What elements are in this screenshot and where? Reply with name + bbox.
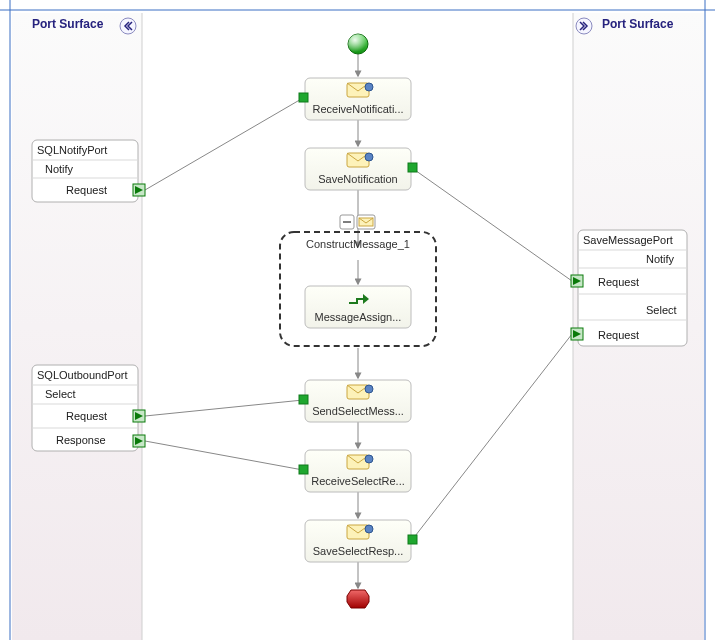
save-message-port-op2: Select	[646, 304, 677, 316]
start-shape[interactable]	[348, 34, 368, 54]
construct-message-shape[interactable]: ConstructMessage_1 MessageAssign...	[280, 232, 436, 346]
sql-outbound-port[interactable]: SQLOutboundPort Select Request Response	[32, 365, 145, 451]
receive-notification-label: ReceiveNotificati...	[312, 103, 403, 115]
save-message-port-req1: Request	[598, 276, 639, 288]
svg-line-26	[412, 334, 572, 540]
left-port-surface: Port Surface	[12, 13, 142, 640]
svg-line-23	[412, 168, 572, 281]
save-notification-shape[interactable]: SaveNotification	[305, 148, 417, 190]
save-message-req2-arrow-icon[interactable]	[571, 328, 583, 340]
right-surface-title: Port Surface	[602, 17, 674, 31]
left-surface-title: Port Surface	[32, 17, 104, 31]
save-select-resp-label: SaveSelectResp...	[313, 545, 404, 557]
save-notification-right-connector[interactable]	[408, 163, 417, 172]
sql-notify-port-request: Request	[66, 184, 107, 196]
receive-notification-shape[interactable]: ReceiveNotificati...	[299, 78, 411, 120]
collapse-right-icon[interactable]	[576, 18, 592, 34]
svg-point-28	[348, 34, 368, 54]
message-assign-label: MessageAssign...	[315, 311, 402, 323]
svg-line-24	[145, 400, 303, 416]
message-assign-shape[interactable]: MessageAssign...	[305, 286, 411, 328]
sql-outbound-request-arrow-icon[interactable]	[133, 410, 145, 422]
receive-notification-left-connector[interactable]	[299, 93, 308, 102]
save-notification-label: SaveNotification	[318, 173, 398, 185]
receive-select-re-shape[interactable]: ReceiveSelectRe...	[299, 450, 411, 492]
receive-select-re-label: ReceiveSelectRe...	[311, 475, 405, 487]
save-message-port-req2: Request	[598, 329, 639, 341]
svg-marker-29	[347, 590, 369, 608]
sql-outbound-port-request: Request	[66, 410, 107, 422]
sql-notify-port[interactable]: SQLNotifyPort Notify Request	[32, 140, 145, 202]
sql-notify-port-op: Notify	[45, 163, 74, 175]
save-message-req1-arrow-icon[interactable]	[571, 275, 583, 287]
save-select-resp-shape[interactable]: SaveSelectResp...	[305, 520, 417, 562]
send-select-mess-label: SendSelectMess...	[312, 405, 404, 417]
svg-line-25	[145, 441, 303, 470]
save-message-port-title: SaveMessagePort	[583, 234, 673, 246]
svg-line-22	[145, 98, 303, 190]
construct-message-label: ConstructMessage_1	[306, 238, 410, 250]
save-select-resp-right-connector[interactable]	[408, 535, 417, 544]
sql-notify-port-title: SQLNotifyPort	[37, 144, 107, 156]
end-shape[interactable]	[347, 590, 369, 608]
send-select-mess-left-connector[interactable]	[299, 395, 308, 404]
construct-toolbar[interactable]	[340, 215, 375, 229]
sql-notify-request-arrow-icon[interactable]	[133, 184, 145, 196]
send-select-mess-shape[interactable]: SendSelectMess...	[299, 380, 411, 422]
sql-outbound-port-title: SQLOutboundPort	[37, 369, 128, 381]
sql-outbound-port-op: Select	[45, 388, 76, 400]
svg-rect-10	[12, 13, 142, 640]
sql-outbound-port-response: Response	[56, 434, 106, 446]
sql-outbound-response-arrow-icon[interactable]	[133, 435, 145, 447]
receive-select-re-left-connector[interactable]	[299, 465, 308, 474]
save-message-port-op1: Notify	[646, 253, 675, 265]
save-message-port[interactable]: SaveMessagePort Notify Request Select Re…	[571, 230, 687, 346]
collapse-left-icon[interactable]	[120, 18, 136, 34]
